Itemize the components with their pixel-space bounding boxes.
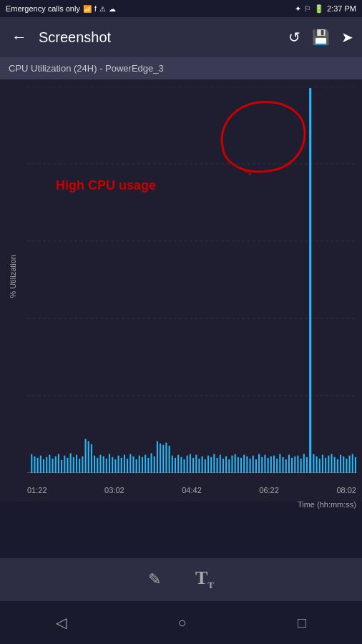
svg-rect-13 (34, 457, 35, 473)
svg-rect-20 (55, 457, 57, 473)
svg-rect-113 (334, 457, 336, 473)
svg-rect-38 (109, 454, 110, 473)
signal-icon: 📶 (83, 5, 92, 13)
wifi-icon: ⚐ (304, 4, 311, 14)
svg-rect-58 (169, 446, 170, 473)
chart-header: CPU Utilization (24H) - PowerEdge_3 (0, 57, 362, 79)
back-nav-button[interactable]: ◁ (56, 614, 67, 631)
svg-rect-109 (322, 455, 323, 473)
svg-rect-47 (136, 459, 137, 473)
svg-rect-21 (58, 454, 59, 473)
svg-rect-74 (217, 458, 218, 473)
svg-rect-61 (177, 455, 179, 473)
svg-rect-99 (291, 458, 293, 473)
x-label-4: 06:22 (259, 486, 279, 494)
svg-rect-91 (268, 458, 269, 473)
recents-nav-button[interactable]: □ (298, 615, 306, 631)
x-label-3: 04:42 (182, 486, 202, 494)
svg-rect-70 (205, 459, 206, 473)
svg-rect-32 (91, 444, 92, 473)
battery-icon: 🔋 (314, 4, 324, 14)
svg-rect-56 (162, 445, 164, 473)
svg-rect-73 (213, 454, 215, 473)
chart-svg: 100 80 60 40 20 0 (27, 87, 356, 473)
svg-rect-86 (253, 456, 254, 473)
svg-rect-110 (325, 458, 326, 473)
svg-rect-119 (352, 454, 353, 473)
alert-icon: ⚠ (99, 5, 106, 13)
y-axis-label-container: % Utilization (1, 79, 24, 473)
svg-rect-60 (175, 458, 176, 473)
svg-rect-76 (222, 459, 224, 473)
svg-rect-75 (220, 455, 221, 473)
svg-rect-43 (124, 455, 125, 473)
status-right: ✦ ⚐ 🔋 2:37 PM (295, 4, 356, 14)
svg-rect-115 (340, 455, 341, 473)
back-button[interactable]: ← (9, 25, 30, 49)
svg-rect-29 (82, 457, 83, 473)
svg-rect-35 (99, 455, 101, 473)
status-bar: Emergency calls only 📶 f ⚠ ☁ ✦ ⚐ 🔋 2:37 … (0, 0, 362, 17)
svg-rect-34 (97, 458, 98, 473)
app-bar: ← Screenshot ↺ 💾 ➤ (0, 17, 362, 57)
svg-rect-79 (231, 456, 233, 473)
svg-rect-53 (154, 457, 155, 473)
y-axis-label: % Utilization (9, 255, 17, 298)
svg-rect-18 (49, 455, 50, 473)
svg-rect-87 (255, 459, 257, 473)
x-label-1: 01:22 (27, 486, 47, 494)
undo-button[interactable]: ↺ (288, 29, 300, 46)
svg-rect-90 (264, 455, 265, 473)
send-button[interactable]: ➤ (341, 29, 353, 46)
svg-rect-82 (240, 458, 242, 473)
pen-tool-button[interactable]: ✎ (148, 570, 161, 589)
svg-rect-28 (79, 459, 80, 473)
svg-rect-94 (276, 459, 278, 473)
svg-rect-85 (250, 459, 251, 473)
svg-rect-51 (147, 458, 149, 473)
x-label-2: 03:02 (104, 486, 124, 494)
svg-rect-101 (297, 456, 298, 473)
status-left: Emergency calls only 📶 f ⚠ ☁ (6, 4, 116, 13)
svg-rect-22 (61, 460, 62, 473)
svg-rect-59 (172, 456, 173, 473)
svg-rect-52 (151, 453, 152, 473)
svg-rect-17 (46, 457, 47, 473)
svg-rect-55 (160, 444, 161, 473)
time-display: 2:37 PM (327, 4, 356, 13)
svg-rect-12 (31, 454, 32, 473)
nav-bar: ◁ ○ □ (0, 601, 362, 644)
svg-rect-78 (228, 459, 230, 473)
svg-rect-89 (261, 457, 263, 473)
annotation-text: High CPU usage (56, 178, 156, 193)
svg-rect-106 (313, 454, 314, 473)
svg-rect-45 (129, 454, 131, 473)
svg-rect-57 (165, 443, 167, 473)
svg-rect-96 (283, 457, 284, 473)
svg-rect-104 (306, 457, 308, 473)
svg-rect-112 (331, 454, 332, 473)
svg-rect-30 (85, 439, 87, 473)
home-nav-button[interactable]: ○ (177, 615, 186, 631)
svg-rect-66 (192, 458, 194, 473)
svg-rect-19 (52, 459, 54, 473)
svg-rect-46 (132, 457, 134, 473)
svg-rect-63 (184, 459, 185, 473)
save-button[interactable]: 💾 (312, 29, 330, 46)
svg-rect-77 (225, 457, 227, 473)
svg-rect-95 (279, 454, 280, 473)
app-title: Screenshot (39, 29, 280, 46)
text-tool-button[interactable]: TT (195, 567, 214, 591)
app-bar-actions: ↺ 💾 ➤ (288, 29, 353, 46)
svg-rect-69 (202, 457, 203, 473)
social-icon: f (94, 5, 97, 13)
svg-rect-88 (258, 454, 260, 473)
svg-rect-98 (288, 455, 290, 473)
svg-rect-80 (235, 454, 236, 473)
svg-rect-27 (76, 455, 77, 473)
svg-rect-116 (343, 457, 344, 473)
svg-rect-117 (346, 459, 347, 473)
svg-rect-54 (157, 441, 158, 473)
svg-rect-31 (88, 441, 89, 473)
bottom-toolbar: ✎ TT (0, 558, 362, 601)
